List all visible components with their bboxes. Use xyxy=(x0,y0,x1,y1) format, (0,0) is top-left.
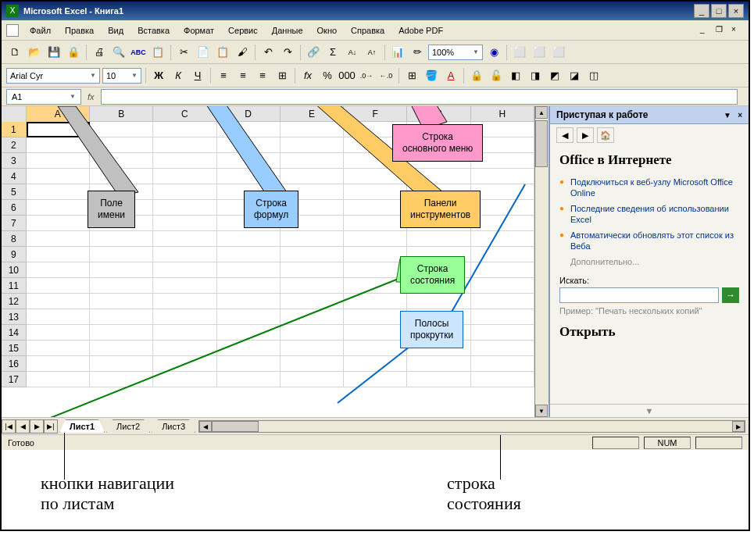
tp-link-3[interactable]: Автоматически обновлять этот список из В… xyxy=(559,227,739,254)
cell-C5[interactable] xyxy=(153,184,216,200)
pdf-button[interactable]: ⬜ xyxy=(511,44,528,61)
cell-F9[interactable] xyxy=(344,247,407,262)
doc-icon[interactable] xyxy=(6,24,19,37)
chart-button[interactable]: 📊 xyxy=(389,44,406,61)
col-header-a[interactable]: A xyxy=(27,106,90,122)
cell-F16[interactable] xyxy=(344,356,407,372)
col-header-e[interactable]: E xyxy=(281,106,344,122)
row-header-16[interactable]: 16 xyxy=(2,356,27,372)
cell-A7[interactable] xyxy=(27,216,90,231)
tp-link-2[interactable]: Последние сведения об использовании Exce… xyxy=(559,201,739,227)
cell-E12[interactable] xyxy=(281,294,344,309)
cell-D1[interactable] xyxy=(217,122,281,137)
row-header-2[interactable]: 2 xyxy=(2,137,27,153)
comma-button[interactable]: 000 xyxy=(338,67,356,84)
save-button[interactable]: 💾 xyxy=(45,44,63,61)
zoom-select[interactable]: 100%▼ xyxy=(428,45,483,60)
cell-E4[interactable] xyxy=(281,169,344,184)
cell-G17[interactable] xyxy=(407,372,470,387)
row-header-10[interactable]: 10 xyxy=(2,262,27,278)
cell-F4[interactable] xyxy=(344,169,407,184)
row-header-12[interactable]: 12 xyxy=(2,294,27,309)
row-header-11[interactable]: 11 xyxy=(2,278,27,294)
security2-button[interactable]: 🔓 xyxy=(488,67,505,84)
cell-B11[interactable] xyxy=(90,278,153,294)
cell-B13[interactable] xyxy=(90,309,153,325)
close-button[interactable]: × xyxy=(728,4,744,18)
cell-B3[interactable] xyxy=(90,153,153,169)
undo-button[interactable]: ↶ xyxy=(259,44,277,61)
menu-help[interactable]: Справка xyxy=(345,24,391,37)
security-button[interactable]: 🔒 xyxy=(468,67,485,84)
cell-G8[interactable] xyxy=(407,231,470,247)
print-button[interactable]: 🖨 xyxy=(91,44,108,61)
research-button[interactable]: 📋 xyxy=(149,44,166,61)
cell-F5[interactable] xyxy=(344,184,407,200)
cell-B4[interactable] xyxy=(90,169,153,184)
sheet-tab-2[interactable]: Лист2 xyxy=(106,419,150,433)
row-header-1[interactable]: 1 xyxy=(2,122,27,137)
cell-A6[interactable] xyxy=(27,200,90,216)
name-box[interactable]: A1▼ xyxy=(6,89,81,105)
cell-D2[interactable] xyxy=(217,137,281,153)
cell-C12[interactable] xyxy=(153,294,216,309)
horizontal-scrollbar[interactable]: ◀ ▶ xyxy=(198,420,745,433)
menu-window[interactable]: Окно xyxy=(311,24,344,37)
tab-nav-first-button[interactable]: |◀ xyxy=(2,419,16,433)
hscroll-thumb[interactable] xyxy=(212,421,259,432)
tab-nav-last-button[interactable]: ▶| xyxy=(44,419,58,433)
cell-B14[interactable] xyxy=(90,325,153,341)
cell-D3[interactable] xyxy=(217,153,281,169)
percent-button[interactable]: % xyxy=(319,67,336,84)
cell-G4[interactable] xyxy=(407,169,470,184)
cell-D9[interactable] xyxy=(217,247,281,262)
open-button[interactable]: 📂 xyxy=(26,44,43,61)
cell-A15[interactable] xyxy=(27,341,90,356)
tool1-button[interactable]: ◧ xyxy=(507,67,524,84)
taskpane-expand-button[interactable]: ▼ xyxy=(550,404,749,417)
scroll-left-button[interactable]: ◀ xyxy=(199,421,212,432)
cell-C7[interactable] xyxy=(153,216,216,231)
select-all-corner[interactable] xyxy=(2,106,27,122)
doc-restore-button[interactable]: ❐ xyxy=(716,25,728,36)
vertical-scrollbar[interactable]: ▲ ▼ xyxy=(534,106,549,417)
cell-C11[interactable] xyxy=(153,278,216,294)
cell-F12[interactable] xyxy=(344,294,407,309)
cell-A5[interactable] xyxy=(27,184,90,200)
cell-H10[interactable] xyxy=(471,262,534,278)
taskpane-forward-button[interactable]: ▶ xyxy=(577,127,594,143)
cell-B16[interactable] xyxy=(90,356,153,372)
sheet-tab-3[interactable]: Лист3 xyxy=(152,419,195,433)
taskpane-back-button[interactable]: ◀ xyxy=(556,127,574,143)
font-name-select[interactable]: Arial Cyr▼ xyxy=(6,68,100,84)
cell-G12[interactable] xyxy=(407,294,470,309)
sort-asc-button[interactable]: A↓ xyxy=(344,44,361,61)
col-header-f[interactable]: F xyxy=(344,106,407,122)
sheet-tab-1[interactable]: Лист1 xyxy=(59,419,105,433)
cell-B15[interactable] xyxy=(90,341,153,356)
cell-D16[interactable] xyxy=(217,356,281,372)
cell-C9[interactable] xyxy=(153,247,216,262)
menu-format[interactable]: Формат xyxy=(177,24,220,37)
cell-A1[interactable] xyxy=(27,122,90,137)
row-header-9[interactable]: 9 xyxy=(2,247,27,262)
merge-center-button[interactable]: ⊞ xyxy=(273,67,291,84)
fill-color-button[interactable]: 🪣 xyxy=(423,67,440,84)
cell-B8[interactable] xyxy=(90,231,153,247)
cell-C2[interactable] xyxy=(153,137,216,153)
tab-nav-prev-button[interactable]: ◀ xyxy=(16,419,30,433)
cell-E3[interactable] xyxy=(281,153,344,169)
cell-A2[interactable] xyxy=(27,137,90,153)
align-right-button[interactable]: ≡ xyxy=(254,67,271,84)
preview-button[interactable]: 🔍 xyxy=(110,44,127,61)
cell-A11[interactable] xyxy=(27,278,90,294)
format-painter-button[interactable]: 🖌 xyxy=(234,44,251,61)
italic-button[interactable]: К xyxy=(170,67,187,84)
col-header-g[interactable]: G xyxy=(407,106,470,122)
cell-D4[interactable] xyxy=(217,169,281,184)
cell-D11[interactable] xyxy=(217,278,281,294)
cell-D15[interactable] xyxy=(217,341,281,356)
cell-F13[interactable] xyxy=(344,309,407,325)
vscroll-thumb[interactable] xyxy=(535,120,548,167)
tp-link-1[interactable]: Подключиться к веб-узлу Microsoft Office… xyxy=(559,174,739,201)
